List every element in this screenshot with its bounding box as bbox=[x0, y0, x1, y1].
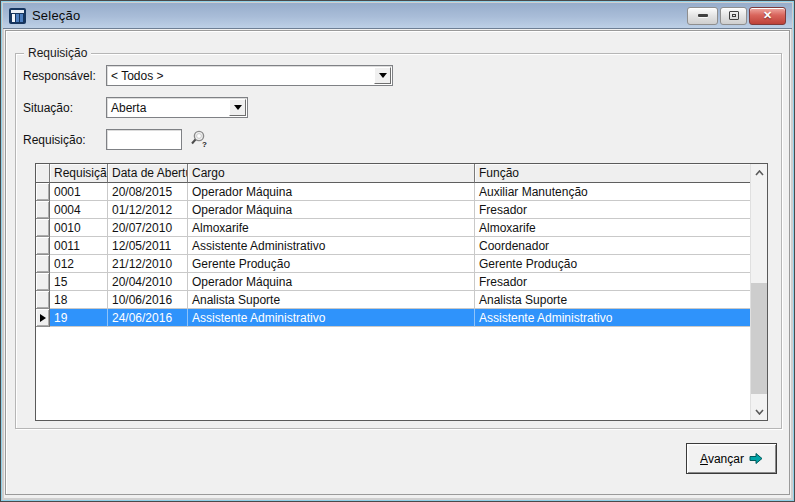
minimize-button[interactable] bbox=[687, 7, 718, 25]
cell-funcao: Auxiliar Manutenção bbox=[475, 183, 750, 201]
selected-row-arrow-icon bbox=[40, 314, 46, 322]
title-bar[interactable]: Seleção ✕ bbox=[3, 3, 792, 29]
situacao-dropdown-button[interactable] bbox=[229, 99, 246, 116]
groupbox-label: Requisição bbox=[24, 46, 91, 60]
requisicao-label: Requisição: bbox=[23, 133, 86, 147]
cell-funcao: Coordenador bbox=[475, 237, 750, 255]
row-indicator bbox=[36, 183, 50, 201]
cell-cargo: Operador Máquina bbox=[188, 273, 475, 291]
row-indicator bbox=[36, 201, 50, 219]
scroll-down-button[interactable] bbox=[751, 403, 767, 420]
column-header-requisicao[interactable]: Requisição bbox=[50, 164, 108, 183]
cell-funcao: Almoxarife bbox=[475, 219, 750, 237]
table-row[interactable]: 0010 20/07/2010 Almoxarife Almoxarife bbox=[36, 219, 750, 237]
cell-cargo: Operador Máquina bbox=[188, 201, 475, 219]
cell-cargo: Gerente Produção bbox=[188, 255, 475, 273]
row-indicator bbox=[36, 273, 50, 291]
table-row[interactable]: 18 10/06/2016 Analista Suporte Analista … bbox=[36, 291, 750, 309]
close-button[interactable]: ✕ bbox=[749, 7, 786, 25]
table-row-selected[interactable]: 19 24/06/2016 Assistente Administrativo … bbox=[36, 309, 750, 327]
cell-data-abertura: 12/05/2011 bbox=[108, 237, 188, 255]
close-icon: ✕ bbox=[763, 10, 772, 21]
column-header-cargo[interactable]: Cargo bbox=[188, 164, 475, 183]
cell-funcao: Analista Suporte bbox=[475, 291, 750, 309]
table-row[interactable]: 0004 01/12/2012 Operador Máquina Fresado… bbox=[36, 201, 750, 219]
requisitions-table: Requisição Data de Abertura Cargo Função… bbox=[35, 163, 768, 421]
cell-requisicao: 0010 bbox=[50, 219, 108, 237]
column-header-data-abertura[interactable]: Data de Abertura bbox=[108, 164, 188, 183]
row-indicator bbox=[36, 219, 50, 237]
cell-cargo: Operador Máquina bbox=[188, 183, 475, 201]
forward-arrow-icon bbox=[749, 452, 763, 465]
cell-funcao: Fresador bbox=[475, 201, 750, 219]
cell-funcao: Fresador bbox=[475, 273, 750, 291]
situacao-value: Aberta bbox=[107, 101, 228, 115]
search-lookup-icon[interactable]: ? bbox=[189, 129, 209, 149]
cell-funcao: Assistente Administrativo bbox=[475, 309, 750, 327]
chevron-down-icon bbox=[234, 105, 242, 110]
responsavel-value: < Todos > bbox=[107, 69, 373, 83]
cell-data-abertura: 24/06/2016 bbox=[108, 309, 188, 327]
table-header-row: Requisição Data de Abertura Cargo Função bbox=[36, 164, 750, 183]
cell-data-abertura: 21/12/2010 bbox=[108, 255, 188, 273]
row-indicator bbox=[36, 255, 50, 273]
table-row[interactable]: 0001 20/08/2015 Operador Máquina Auxilia… bbox=[36, 183, 750, 201]
column-header-funcao[interactable]: Função bbox=[475, 164, 750, 183]
row-indicator-current bbox=[36, 309, 50, 327]
maximize-button[interactable] bbox=[720, 7, 747, 25]
window-title: Seleção bbox=[32, 8, 80, 23]
cell-cargo: Assistente Administrativo bbox=[188, 309, 475, 327]
table-row[interactable]: 0011 12/05/2011 Assistente Administrativ… bbox=[36, 237, 750, 255]
dialog-window: Seleção ✕ Requisição Responsável: < Todo… bbox=[0, 0, 795, 502]
svg-text:?: ? bbox=[202, 140, 207, 149]
row-indicator bbox=[36, 291, 50, 309]
cell-funcao: Gerente Produção bbox=[475, 255, 750, 273]
scroll-up-button[interactable] bbox=[751, 164, 767, 181]
chevron-down-icon bbox=[755, 409, 764, 415]
cell-data-abertura: 10/06/2016 bbox=[108, 291, 188, 309]
table-empty-area bbox=[36, 327, 750, 420]
chevron-down-icon bbox=[379, 73, 387, 78]
avancar-button[interactable]: Avançar bbox=[686, 443, 777, 474]
cell-data-abertura: 20/04/2010 bbox=[108, 273, 188, 291]
cell-cargo: Almoxarife bbox=[188, 219, 475, 237]
cell-cargo: Assistente Administrativo bbox=[188, 237, 475, 255]
cell-requisicao: 0004 bbox=[50, 201, 108, 219]
cell-requisicao: 0011 bbox=[50, 237, 108, 255]
responsavel-combobox[interactable]: < Todos > bbox=[106, 65, 393, 86]
cell-cargo: Analista Suporte bbox=[188, 291, 475, 309]
minimize-icon bbox=[698, 14, 708, 17]
cell-requisicao: 19 bbox=[50, 309, 108, 327]
cell-data-abertura: 01/12/2012 bbox=[108, 201, 188, 219]
requisicao-input[interactable] bbox=[106, 129, 182, 150]
cell-data-abertura: 20/08/2015 bbox=[108, 183, 188, 201]
situacao-combobox[interactable]: Aberta bbox=[106, 97, 248, 118]
maximize-icon bbox=[729, 11, 739, 20]
vertical-scrollbar[interactable] bbox=[750, 164, 767, 420]
responsavel-dropdown-button[interactable] bbox=[374, 67, 391, 84]
scrollbar-thumb[interactable] bbox=[751, 283, 767, 394]
app-logo-icon bbox=[9, 8, 26, 24]
table-row[interactable]: 15 20/04/2010 Operador Máquina Fresador bbox=[36, 273, 750, 291]
cell-requisicao: 15 bbox=[50, 273, 108, 291]
row-indicator bbox=[36, 237, 50, 255]
cell-requisicao: 18 bbox=[50, 291, 108, 309]
table-row[interactable]: 012 21/12/2010 Gerente Produção Gerente … bbox=[36, 255, 750, 273]
chevron-up-icon bbox=[755, 170, 764, 176]
indicator-header-cell bbox=[36, 164, 50, 183]
avancar-label: Avançar bbox=[700, 452, 744, 466]
cell-requisicao: 0001 bbox=[50, 183, 108, 201]
situacao-label: Situação: bbox=[23, 101, 73, 115]
cell-requisicao: 012 bbox=[50, 255, 108, 273]
responsavel-label: Responsável: bbox=[23, 69, 96, 83]
cell-data-abertura: 20/07/2010 bbox=[108, 219, 188, 237]
